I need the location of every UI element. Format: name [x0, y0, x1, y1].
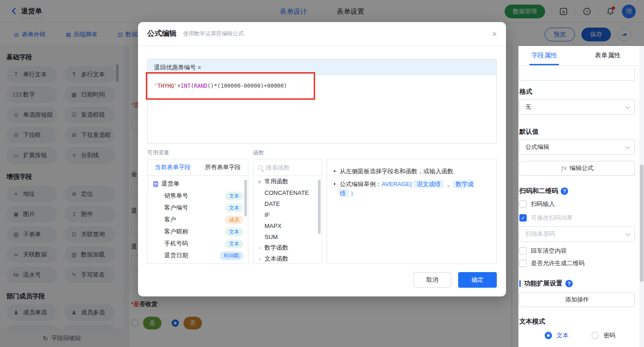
help-icon[interactable]: ? — [561, 188, 568, 195]
properties-panel: 字段属性 表单属性 格式 无 默认值 公式编辑 ƒx编辑公式 扫码和二维码 ? … — [512, 46, 639, 347]
chevron-down-icon — [625, 231, 630, 236]
function-name: 文本函数 — [264, 255, 288, 263]
formula-token: ()*(100000-00000)+00000) — [207, 83, 287, 89]
add-action-button[interactable]: 添加操作 — [519, 292, 635, 307]
function-tree-row[interactable]: MAPX — [253, 220, 322, 231]
tab-current-form-fields[interactable]: 当前表单字段 — [148, 159, 198, 175]
formula-editor: 退回优惠券编号 = 'THYHQ'+INT(RAND()*(100000-000… — [147, 59, 497, 143]
tip-example-separator: ， — [445, 181, 451, 188]
variable-row[interactable]: 销售单号 文本 — [148, 190, 248, 202]
tab-all-form-fields[interactable]: 所有表单字段 — [198, 159, 248, 175]
chevron-down-icon — [625, 104, 630, 109]
clipped-input[interactable] — [519, 67, 635, 81]
window-scrollbar[interactable] — [639, 46, 644, 347]
edit-formula-label: 编辑公式 — [569, 165, 593, 171]
variable-row[interactable]: 退货日期 时间戳 — [148, 250, 248, 262]
checkbox-enter-clear[interactable]: 回车清空内容 — [519, 247, 567, 255]
checkbox-label: 回车清空内容 — [531, 247, 567, 255]
function-search-input[interactable] — [266, 164, 312, 171]
checkbox-scan-input[interactable]: 扫码输入 — [519, 200, 555, 208]
functions-panel: ∨ 常用函数 CONCATENATE DATE IF — [253, 159, 322, 264]
chevron-down-icon — [625, 144, 630, 149]
form-doc-icon — [153, 181, 158, 187]
radio-password-label: 密码 — [604, 331, 615, 340]
function-tree-row[interactable]: IF — [253, 209, 322, 220]
checkbox-modify-scan-result[interactable]: ✓ 可修改扫码结果 — [519, 214, 573, 222]
tips-panel: • 从左侧面板选择字段名和函数，或输入函数 • 公式编辑举例：AVERAGE(语… — [327, 159, 497, 264]
format-label: 格式 — [519, 88, 532, 96]
modal-header: 公式编辑 使用数学运算符编辑公式 × — [138, 22, 506, 46]
tip-example-arg1: 语文成绩 — [414, 180, 444, 188]
bullet: • — [334, 167, 336, 176]
search-icon — [258, 165, 263, 170]
checkbox-label: 可修改扫码结果 — [531, 214, 573, 222]
variable-row[interactable]: 手机号码 文本 — [148, 238, 248, 250]
caret-icon: › — [257, 245, 262, 250]
scan-title-text: 扫码和二维码 — [519, 187, 558, 195]
functions-label: 函数 — [253, 149, 264, 157]
variable-name: 客户昵称 — [164, 228, 188, 236]
variable-type-badge: 时间戳 — [220, 251, 243, 260]
checkbox-icon — [519, 200, 527, 208]
format-value: 无 — [525, 103, 531, 111]
modal-title: 公式编辑 — [147, 29, 177, 39]
variable-row[interactable]: 客户 成员 — [148, 214, 248, 226]
function-tree-row[interactable]: DATE — [253, 198, 322, 209]
checkbox-icon — [519, 247, 527, 255]
function-tree-row[interactable]: SUM — [253, 231, 322, 242]
tab-form-properties[interactable]: 表单属性 — [576, 46, 639, 65]
function-tree-row[interactable]: › 数学函数 — [253, 242, 322, 253]
function-name: SUM — [264, 233, 278, 240]
caret-icon: ∨ — [257, 179, 262, 185]
tip-row: • 公式编辑举例：AVERAGE(语文成绩，数学成绩） — [334, 180, 490, 198]
formula-token: ( — [191, 83, 194, 89]
scrollbar-thumb[interactable] — [640, 165, 644, 282]
cancel-button[interactable]: 取消 — [414, 272, 451, 288]
variable-row[interactable]: 客户编号 文本 — [148, 202, 248, 214]
variable-type-badge: 文本 — [225, 204, 243, 212]
variable-name: 客户编号 — [164, 204, 188, 212]
tip-example: 公式编辑举例：AVERAGE(语文成绩，数学成绩） — [340, 180, 490, 198]
close-icon[interactable]: × — [492, 30, 497, 38]
fx-icon: ƒx — [561, 165, 567, 171]
variable-group-name: 退货单 — [161, 180, 179, 188]
confirm-button[interactable]: 确定 — [458, 272, 497, 288]
radio-text-label: 文本 — [557, 331, 569, 340]
bullet: • — [334, 180, 336, 198]
formula-token: RAND — [194, 83, 207, 89]
function-tree: ∨ 常用函数 CONCATENATE DATE IF — [253, 176, 322, 264]
tip-text: 从左侧面板选择字段名和函数，或输入函数 — [340, 167, 454, 176]
help-icon[interactable]: ? — [565, 280, 573, 287]
function-tree-row[interactable]: ∨ 常用函数 — [253, 176, 322, 187]
formula-target: 退回优惠券编号 = — [148, 59, 496, 75]
tip-row: • 从左侧面板选择字段名和函数，或输入函数 — [334, 167, 490, 176]
formula-expression[interactable]: 'THYHQ'+INT(RAND()*(100000-00000)+00000) — [148, 75, 496, 97]
modal-subtitle: 使用数学运算符编辑公式 — [183, 30, 244, 38]
tab-field-properties[interactable]: 字段属性 — [512, 46, 576, 65]
tip-example-prefix: 公式编辑举例： — [340, 181, 382, 188]
checkbox-allow-qrcode[interactable]: 是否允许生成二维码 — [519, 259, 585, 267]
function-tree-row[interactable]: › 文本函数 — [253, 253, 322, 264]
default-value-select[interactable]: 公式编辑 — [519, 139, 635, 155]
checkbox-checked-icon: ✓ — [519, 214, 527, 222]
variable-row[interactable]: 客户昵称 文本 — [148, 226, 248, 238]
function-tree-row[interactable]: CONCATENATE — [253, 187, 322, 198]
radio-password-mode[interactable] — [592, 332, 599, 339]
functions-scrollbar[interactable] — [318, 180, 321, 234]
edit-formula-button[interactable]: ƒx编辑公式 — [519, 161, 635, 176]
variable-type-badge: 成员 — [225, 216, 243, 224]
variables-label: 可用变量 — [147, 149, 169, 157]
variable-list: 销售单号 文本 客户编号 文本 客户 成员 客户昵称 文本 — [148, 190, 248, 262]
variables-scrollbar[interactable] — [244, 180, 247, 216]
checkbox-icon — [519, 260, 527, 267]
variable-group-row[interactable]: 退货单 — [148, 176, 248, 190]
function-name: 常用函数 — [264, 177, 288, 186]
format-select[interactable]: 无 — [519, 99, 635, 115]
extension-section-title: 功能扩展设置 ? — [519, 279, 573, 288]
caret-icon: › — [257, 256, 262, 262]
radio-text-mode[interactable] — [545, 332, 552, 339]
function-search — [253, 159, 322, 176]
function-name: DATE — [264, 200, 280, 207]
text-mode-label: 文本模式 — [519, 318, 545, 326]
variables-panel: 当前表单字段 所有表单字段 退货单 销售单号 文本 客户编号 文本 客户 — [147, 159, 248, 264]
